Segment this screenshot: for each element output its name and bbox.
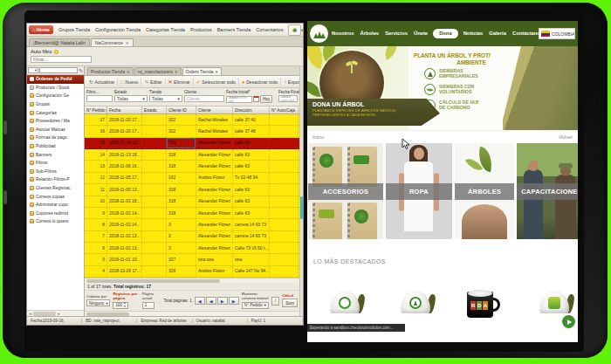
country-selector[interactable]: COLOMBIA [539, 28, 575, 39]
table-row[interactable]: 42018-10-26 17...326Andrés FlórezCalle 1… [85, 266, 299, 278]
product-cap-tree[interactable] [397, 291, 436, 317]
editar-button[interactable]: ✎Editar [141, 78, 165, 86]
nav-item--nete[interactable]: Únete [413, 30, 429, 37]
scrollbar-thumb[interactable] [86, 312, 129, 316]
scrollbar-thumb[interactable] [300, 196, 303, 219]
category-card-ropa[interactable]: ROPA [386, 143, 452, 239]
column-header-fecha[interactable]: Fecha [107, 106, 142, 113]
eliminar-button[interactable]: ✕Eliminar [166, 78, 194, 86]
table-row[interactable]: 82018-11-02 14...3Alexander Flórezcarrer… [85, 219, 299, 230]
close-icon[interactable]: ✕ [175, 70, 178, 74]
plant-window-button[interactable]: ♣ [288, 24, 301, 36]
cliente-input[interactable]: Cliente [184, 95, 224, 102]
desactivar-todo-button[interactable]: ●Desactivar todo [239, 78, 281, 86]
table-row[interactable]: 102018-11-02 18...318Alexander Flórezcal… [85, 196, 299, 208]
columna-inmovil-select[interactable]: N° Pedido▾ [242, 302, 269, 309]
table-row[interactable]: 172018-11-20 17...322Rachel Moralescalle… [85, 114, 299, 126]
fecha-final-input[interactable]: aaaa-mm-dd [278, 95, 298, 102]
tablet-side-button[interactable] [3, 190, 7, 204]
tienda-select[interactable]: Todas▾ [149, 95, 182, 102]
nav-item-dona[interactable]: Dona [433, 29, 458, 38]
sidebar-item-proveedores-ma[interactable]: Proveedores / Ma [27, 117, 84, 126]
scroll-right-icon[interactable]: ▸ [56, 312, 62, 316]
sidebar-item-cupones-redimid[interactable]: Cupones redimid [27, 209, 84, 218]
sidebar-filter-dropdown[interactable]: ▾ [28, 67, 38, 73]
table-row[interactable]: 62018-11-02 13...3Alexander FlórezCalle … [85, 243, 299, 254]
table-vertical-scrollbar[interactable] [299, 66, 303, 316]
tab-bienvenida[interactable]: ¡Bienvenid@ Natalia Lalin [29, 38, 90, 46]
dona-un-arbol-banner[interactable]: DONA UN ÁRBOL PLANTAMOS ESPECIES DE ÁRBO… [307, 99, 440, 126]
sidebar-item-correos-copias[interactable]: Correos copias [27, 192, 84, 201]
table-row[interactable]: 92018-11-02 14...318Alexander Flórezcall… [85, 208, 299, 219]
column-header-estado[interactable]: Estado [142, 106, 167, 113]
exportar-button[interactable]: ↑Exportar [281, 78, 299, 86]
doc-tab-productos-tienda[interactable]: Productos Tienda✕ [87, 67, 134, 75]
seleccionar-todo-button[interactable]: ✓Seleccionar todo [194, 78, 239, 86]
category-card-accesorios[interactable]: ACCESORIOS [308, 143, 383, 239]
scrollbar-thumb[interactable] [86, 279, 220, 283]
sum-button[interactable]: Sum [282, 299, 298, 307]
table-horizontal-scrollbar[interactable] [85, 278, 299, 283]
sidebar-item-publicidad[interactable]: Publicidad [27, 142, 84, 151]
sidebar-item-relaci-n-filtros-p[interactable]: Relación Filtros-P [27, 175, 84, 184]
sidebar-item-administrar-cupo[interactable]: Administrar cupo [27, 201, 84, 209]
table-row[interactable]: 162018-11-20 17...322Rachel Moralescalle… [85, 126, 299, 137]
scroll-left-icon[interactable]: ◂ [27, 312, 33, 316]
sidebar-horizontal-scrollbar[interactable]: ◂ ▸ [27, 310, 84, 316]
category-card-capacitaciones[interactable]: CAPACITACIONES [517, 143, 578, 239]
menu-item-banners-tienda[interactable]: Banners Tienda [215, 27, 254, 32]
red-de-arboles-logo[interactable] [310, 24, 328, 43]
play-icon[interactable] [562, 315, 575, 328]
nav-item-servicios[interactable]: Servicios [384, 30, 408, 37]
category-card-arboles[interactable]: ÁRBOLES [455, 143, 514, 239]
sidebar-item--rdenes-de-pedid[interactable]: Órdenes de Pedid [27, 75, 84, 84]
nuevo-button[interactable]: □Nuevo [118, 78, 141, 86]
product-mug-rda[interactable]: RDA [467, 290, 504, 318]
fecha-inicial-input[interactable]: aaaa-mm-dd [226, 96, 252, 103]
doc-tab-nc-manufacturers[interactable]: nc_manufacturers✕ [134, 67, 182, 75]
sidebar-item-productos-stock[interactable]: Productos / Stock [27, 84, 84, 93]
table-row[interactable]: 112018-11-05 13...318Alexander Flórezcal… [85, 184, 299, 196]
table-row[interactable]: 152018-11-14 13...318Alexander Flórezcal… [85, 138, 299, 149]
sidebar-item-banners[interactable]: Banners [27, 150, 84, 159]
close-icon[interactable]: ✕ [127, 70, 130, 74]
sidebar-item-configuraci-n-ge[interactable]: Configuración Ge [27, 92, 84, 100]
menu-item-configuración-tienda[interactable]: Configuración Tienda [93, 27, 143, 32]
registros-por-pagina-input[interactable]: 100▴▾ [113, 302, 127, 309]
prev-page-icon[interactable]: ◀ [206, 297, 216, 305]
filtro-input[interactable] [86, 95, 113, 102]
ordenar-por-select[interactable]: Ninguno▾ [86, 299, 110, 306]
last-page-icon[interactable]: ▶ [229, 297, 239, 305]
menu-item-comentarios[interactable]: Comentarios [253, 27, 285, 32]
volver-link[interactable]: Volver [559, 134, 573, 140]
actualizar-button[interactable]: ↻Actualizar [86, 78, 118, 86]
menu-item-categorías-tienda[interactable]: Categorías Tienda [143, 27, 188, 32]
auto-filter-input[interactable] [31, 56, 92, 63]
scrollbar-thumb[interactable] [33, 312, 56, 316]
product-cap-rda[interactable] [326, 291, 365, 317]
close-icon[interactable]: ✕ [215, 70, 218, 74]
sidebar-item-correos-lo-quiero[interactable]: Correos lo quiero [27, 217, 84, 226]
nav-item--rboles[interactable]: Árboles [360, 30, 381, 37]
next-page-icon[interactable]: ▶ [217, 297, 228, 305]
sidebar-item-grupos[interactable]: Grupos [27, 100, 84, 109]
doc-tab-orders-tienda[interactable]: Orders Tienda✕ [182, 67, 222, 75]
table-row[interactable]: 122018-11-05 17...162Andrés FlórezTv 02-… [85, 173, 299, 184]
table-row[interactable]: 132018-11-06 16...318Alexander Flórezcal… [85, 161, 299, 172]
column-header-direcci-n[interactable]: Dirección [233, 106, 270, 113]
close-icon[interactable]: ✕ [126, 41, 129, 45]
nav-item-noticias[interactable]: Noticias [463, 30, 484, 37]
first-page-icon[interactable]: ◀ [195, 297, 205, 305]
table-row[interactable]: 72018-11-02 13...3Alexander Flórezcarrer… [85, 231, 299, 243]
sidebar-item-formas-de-pago[interactable]: Formas de pago [27, 134, 84, 142]
nav-item-nosotros[interactable]: Nosotros [331, 30, 354, 37]
stepper-icon[interactable]: ▴▾ [124, 302, 126, 308]
column-header-n-auto-caja[interactable]: N° Auto/Caja [270, 106, 299, 113]
pagina-actual-input[interactable]: 1 [142, 302, 154, 309]
column-header-cliente-id[interactable]: Cliente ID [167, 106, 196, 113]
hoy-button[interactable]: Hoy [260, 95, 272, 103]
sidebar-item-sub-filtros[interactable]: Sub-Filtros [27, 168, 84, 176]
table-row[interactable]: 142018-11-13 18...318Alexander Flórezcal… [85, 149, 299, 161]
sidebar-item-filtros[interactable]: Filtros [27, 159, 84, 168]
edit-icon[interactable]: ✎ [79, 67, 83, 73]
